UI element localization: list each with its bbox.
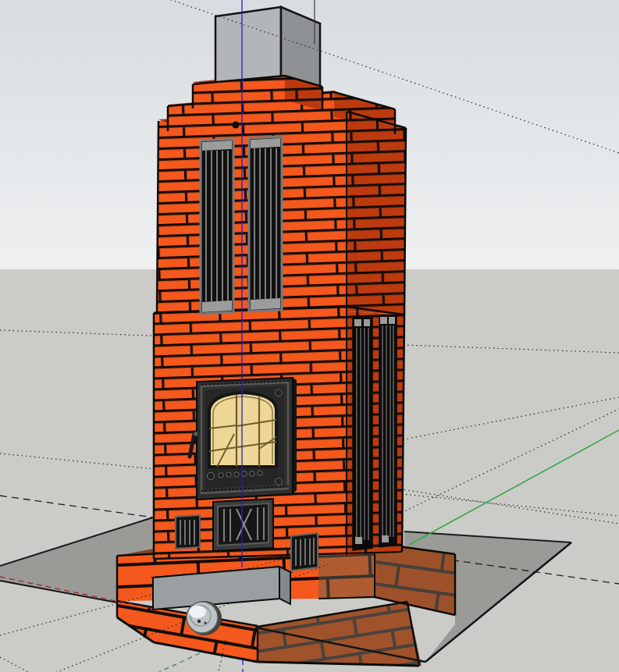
side-grille-a-capbot1 [355, 537, 362, 544]
cleanout-bolt-a [197, 620, 201, 623]
door-knob-5 [250, 471, 254, 476]
side-grille-a [353, 318, 372, 550]
door-knob-4 [242, 471, 247, 476]
side-grille-a-captop2 [364, 319, 370, 326]
tower-side-upper [347, 112, 406, 315]
door-knob-3 [234, 472, 239, 477]
door-knob-1 [219, 473, 223, 478]
front-grille-left-captop [202, 140, 232, 151]
door-knob-2 [226, 472, 231, 477]
front-grille-right-captop [251, 138, 280, 148]
side-grille-b-captop2 [389, 317, 395, 324]
scene-root [0, 0, 619, 672]
cleanout-bolt-b [204, 621, 206, 624]
model-canvas[interactable] [0, 0, 619, 672]
front-grille-left-capbot [202, 300, 232, 312]
lintel-side [279, 567, 290, 604]
viewport-3d[interactable] [0, 0, 619, 672]
door-window-glass [209, 393, 276, 467]
door-handle-pivot [194, 432, 199, 437]
door-hinge-top [276, 389, 283, 396]
door-hinge-bottom [276, 478, 283, 485]
small-grille-left [176, 515, 200, 549]
side-grille-a-captop1 [354, 319, 361, 326]
cleanout-highlight [189, 606, 206, 618]
side-grille-b-captop1 [380, 317, 387, 324]
door-dial [208, 473, 215, 480]
cleanout-cap [187, 602, 218, 633]
side-grille-b-capbot1 [382, 535, 389, 542]
door-knob-6 [258, 471, 262, 475]
front-grille-right-capbot [251, 298, 280, 310]
thermo-port-dot [233, 122, 240, 129]
